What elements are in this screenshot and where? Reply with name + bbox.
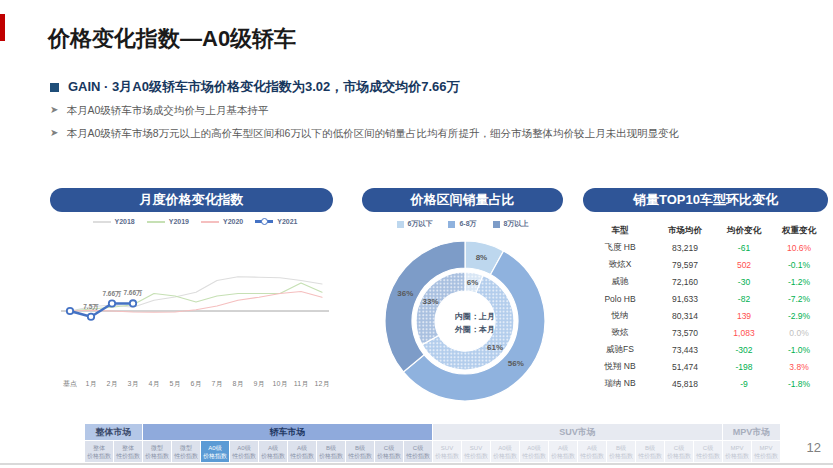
- table-row[interactable]: 致炫X79,597502-0.1%: [588, 256, 828, 273]
- legend-item-6-8万: 6-8万: [448, 219, 476, 229]
- nav-tab-C级-价格指数[interactable]: C级价格指数: [375, 441, 403, 462]
- legend-label: Y2020: [223, 218, 243, 225]
- nav-tab-A0级-价格指数[interactable]: A0级价格指数: [491, 441, 519, 462]
- line-swatch: [93, 221, 111, 223]
- nav-tab-MPV-价格指数[interactable]: MPV价格指数: [723, 441, 751, 462]
- slide-price-change-index-a0-sedan: 价格变化指数—A0级轿车 GAIN · 3月A0级轿车市场价格变化指数为3.02…: [0, 0, 833, 468]
- tab-segment-label: A级: [288, 444, 316, 452]
- table-row[interactable]: 致炫73,5701,0830.0%: [588, 324, 828, 341]
- nav-tab-B级-性价指数[interactable]: B级性价指数: [636, 441, 664, 462]
- legend-swatch: [448, 221, 455, 228]
- tab-segment-label: B级: [317, 444, 345, 452]
- tab-type-label: 价格指数: [665, 452, 693, 460]
- model-name-cell: 飞度 HB: [588, 242, 652, 254]
- tab-type-label: 性价指数: [636, 452, 664, 460]
- nav-tab-A0级-性价指数[interactable]: A0级性价指数: [520, 441, 548, 462]
- point-label: 7.66万: [123, 289, 143, 297]
- nav-tab-MPV-性价指数[interactable]: MPV性价指数: [752, 441, 780, 462]
- value-cell: -1.2%: [770, 277, 828, 287]
- tab-segment-label: 微型: [143, 444, 171, 452]
- arrow-bullet-icon: ➤: [50, 103, 58, 117]
- table-row[interactable]: 瑞纳 NB45,818-9-1.8%: [588, 375, 828, 392]
- x-axis-label: 基点: [63, 380, 77, 388]
- bottom-edge-strip: [0, 463, 833, 465]
- nav-group-轿车市场[interactable]: 轿车市场: [143, 424, 432, 440]
- tab-segment-label: A0级: [230, 444, 258, 452]
- nav-tab-B级-性价指数[interactable]: B级性价指数: [346, 441, 374, 462]
- table-row[interactable]: Polo HB91,633-82-7.2%: [588, 290, 828, 307]
- model-name-cell: 悦纳: [588, 310, 652, 322]
- table-row[interactable]: 威驰FS73,443-302-1.0%: [588, 341, 828, 358]
- nav-tab-B级-价格指数[interactable]: B级价格指数: [317, 441, 345, 462]
- table-row[interactable]: 悦纳80,314139-2.9%: [588, 307, 828, 324]
- bullet-item: ➤ 本月A0级轿车市场8万元以上的高价车型区间和6万以下的低价区间的销量占比均有…: [50, 126, 679, 140]
- table-header-cell: 权重变化: [770, 225, 828, 237]
- table-header-row: 车型市场均价均价变化权重变化: [588, 222, 828, 239]
- model-name-cell: 致炫X: [588, 259, 652, 271]
- tab-segment-label: 整体: [114, 444, 142, 452]
- donut-panel-header: 价格区间销量占比: [362, 188, 563, 212]
- nav-group-整体市场[interactable]: 整体市场: [85, 424, 142, 440]
- table-panel-header: 销量TOP10车型环比变化: [583, 188, 828, 212]
- inner-slice-label: 61%: [487, 343, 503, 352]
- table-row[interactable]: 飞度 HB83,219-6110.6%: [588, 239, 828, 256]
- nav-tab-A0级-性价指数[interactable]: A0级性价指数: [230, 441, 258, 462]
- nav-tab-整体-价格指数[interactable]: 整体价格指数: [85, 441, 113, 462]
- nav-tab-整体-性价指数[interactable]: 整体性价指数: [114, 441, 142, 462]
- value-cell: 139: [718, 311, 770, 321]
- legend-swatch: [397, 221, 404, 228]
- value-cell: 72,160: [652, 277, 718, 287]
- tab-segment-label: C级: [404, 444, 432, 452]
- value-cell: 0.0%: [770, 328, 828, 338]
- value-cell: -302: [718, 345, 770, 355]
- x-axis-label: 6月: [191, 380, 202, 388]
- x-axis-label: 3月: [128, 380, 139, 388]
- outer-slice-label: 56%: [508, 359, 524, 368]
- model-name-cell: 瑞纳 NB: [588, 378, 652, 390]
- donut-center-note: 内圈：上月 外圈：本月: [425, 310, 525, 336]
- table-header-cell: 均价变化: [718, 225, 770, 237]
- tab-segment-label: MPV: [723, 444, 751, 452]
- value-cell: -7.2%: [770, 294, 828, 304]
- tab-segment-label: MPV: [752, 444, 780, 452]
- value-cell: -1.0%: [770, 345, 828, 355]
- nav-group-MPV市场[interactable]: MPV市场: [723, 424, 780, 440]
- tab-type-label: 性价指数: [114, 452, 142, 460]
- nav-tab-C级-性价指数[interactable]: C级性价指数: [694, 441, 722, 462]
- model-name-cell: Polo HB: [588, 294, 652, 304]
- nav-tab-A级-性价指数[interactable]: A级性价指数: [288, 441, 316, 462]
- x-axis-label: 11月: [294, 380, 308, 388]
- nav-tab-C级-价格指数[interactable]: C级价格指数: [665, 441, 693, 462]
- line-swatch: [147, 221, 165, 223]
- nav-tab-微型-价格指数[interactable]: 微型价格指数: [143, 441, 171, 462]
- nav-tab-C级-性价指数[interactable]: C级性价指数: [404, 441, 432, 462]
- legend-item-8万以上: 8万以上: [493, 219, 529, 229]
- nav-tab-A级-价格指数[interactable]: A级价格指数: [549, 441, 577, 462]
- donut-outer-ring-label: 外圈：本月: [425, 323, 525, 336]
- tab-segment-label: A级: [259, 444, 287, 452]
- nav-tab-微型-性价指数[interactable]: 微型性价指数: [172, 441, 200, 462]
- table-row[interactable]: 威驰72,160-30-1.2%: [588, 273, 828, 290]
- bullet-text: 本月A0级轿车市场8万元以上的高价车型区间和6万以下的低价区间的销量占比均有所提…: [66, 126, 679, 140]
- nav-tab-A级-价格指数[interactable]: A级价格指数: [259, 441, 287, 462]
- model-name-cell: 威驰: [588, 276, 652, 288]
- x-axis-label: 10月: [273, 380, 288, 388]
- monthly-price-index-line-chart: 7.5万7.66万7.66万基点1月2月3月4月5月6月7月8月9月10月11月…: [55, 228, 335, 393]
- tab-segment-label: A级: [578, 444, 606, 452]
- value-cell: -30: [718, 277, 770, 287]
- value-cell: 91,633: [652, 294, 718, 304]
- nav-tab-B级-价格指数[interactable]: B级价格指数: [607, 441, 635, 462]
- nav-tab-SUV-价格指数[interactable]: SUV价格指数: [433, 441, 461, 462]
- data-point-marker: [67, 308, 73, 314]
- table-row[interactable]: 悦翔 NB51,474-1983.8%: [588, 358, 828, 375]
- tab-type-label: 性价指数: [462, 452, 490, 460]
- key-finding-text: GAIN · 3月A0级轿车市场价格变化指数为3.02，市场成交均价7.66万: [68, 78, 460, 96]
- nav-group-SUV市场[interactable]: SUV市场: [433, 424, 722, 440]
- tab-segment-label: C级: [665, 444, 693, 452]
- nav-tab-SUV-性价指数[interactable]: SUV性价指数: [462, 441, 490, 462]
- nav-tab-A级-性价指数[interactable]: A级性价指数: [578, 441, 606, 462]
- tab-segment-label: A0级: [201, 444, 229, 452]
- nav-tab-A0级-价格指数[interactable]: A0级价格指数: [201, 441, 229, 462]
- tab-segment-label: SUV: [433, 444, 461, 452]
- legend-label: 6万以下: [408, 219, 433, 229]
